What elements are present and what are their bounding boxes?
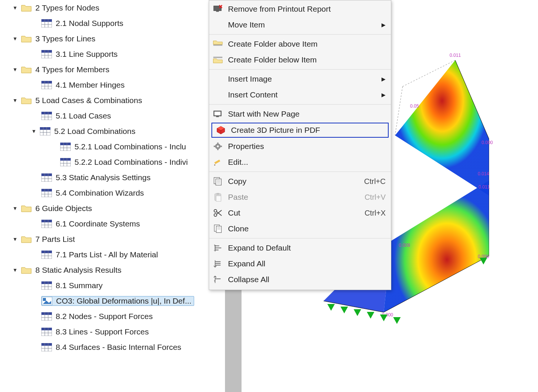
menu-edit[interactable]: Edit... <box>209 154 391 170</box>
menu-create-folder-below[interactable]: Create Folder below Item <box>209 52 391 68</box>
menu-insert-image[interactable]: Insert Image ▶ <box>209 71 391 87</box>
submenu-arrow-icon: ▶ <box>381 92 386 98</box>
tree-label: CO3: Global Deformations |u|, In Def... <box>56 296 191 305</box>
submenu-arrow-icon: ▶ <box>381 76 386 82</box>
menu-remove-from-report[interactable]: Remove from Printout Report <box>209 1 391 17</box>
tree-folder-load-cases[interactable]: ▾ 5 Load Cases & Combinations <box>0 93 226 108</box>
table-icon <box>41 251 52 259</box>
tree-item-nodes-support[interactable]: 8.2 Nodes - Support Forces <box>0 308 226 324</box>
menu-label: Copy <box>228 177 364 186</box>
menu-create-3d-picture[interactable]: Create 3D Picture in PDF <box>211 123 389 138</box>
tree-label: 6.1 Coordinate Systems <box>56 219 140 228</box>
menu-label: Remove from Printout Report <box>228 5 386 14</box>
menu-separator <box>209 238 391 239</box>
context-menu: Remove from Printout Report Move Item ▶ … <box>209 0 391 290</box>
tree-item-comb-wizards[interactable]: 5.4 Combination Wizards <box>0 185 226 201</box>
table-icon <box>40 127 50 135</box>
folder-icon <box>21 4 32 12</box>
tree-item-load-combinations[interactable]: ▾ 5.2 Load Combinations <box>0 123 226 139</box>
menu-shortcut: Ctrl+X <box>365 209 386 217</box>
collapse-all-icon <box>211 274 224 285</box>
folder-icon <box>21 235 32 243</box>
menu-create-folder-above[interactable]: Create Folder above Item <box>209 36 391 52</box>
tree-item-co3-deformations[interactable]: CO3: Global Deformations |u|, In Def... <box>0 293 226 308</box>
tree-item-lines-support[interactable]: 8.3 Lines - Support Forces <box>0 324 226 339</box>
image-icon <box>42 297 52 305</box>
blank-icon <box>211 90 224 100</box>
tree-label: 6 Guide Objects <box>35 204 92 213</box>
tree-folder-parts-list[interactable]: ▾ 7 Parts List <box>0 231 226 247</box>
menu-properties[interactable]: Properties <box>209 138 391 154</box>
folder-icon <box>21 204 32 213</box>
menu-label: Edit... <box>228 158 386 167</box>
table-icon <box>41 81 52 89</box>
menu-paste: Paste Ctrl+V <box>209 189 391 205</box>
menu-move-item[interactable]: Move Item ▶ <box>209 17 391 33</box>
tree-folder-types-lines[interactable]: ▾ 3 Types for Lines <box>0 31 226 46</box>
menu-separator <box>209 104 391 105</box>
chevron-down-icon[interactable]: ▾ <box>11 4 19 11</box>
tree-item-nodal-supports[interactable]: 2.1 Nodal Supports <box>0 15 226 31</box>
blank-icon <box>211 74 224 84</box>
chevron-down-icon[interactable]: ▾ <box>11 205 19 212</box>
tree-label: 8.1 Summary <box>56 281 103 290</box>
tree-label: 5.3 Static Analysis Settings <box>56 173 150 182</box>
viz-value: 0.011 <box>479 184 490 190</box>
tree-item-parts-list-material[interactable]: 7.1 Parts List - All by Material <box>0 247 226 262</box>
folder-below-icon <box>211 55 224 65</box>
folder-icon <box>21 96 32 105</box>
menu-label: Insert Image <box>228 74 381 84</box>
chevron-down-icon[interactable]: ▾ <box>30 128 38 135</box>
chevron-down-icon[interactable]: ▾ <box>11 97 19 104</box>
paste-icon <box>211 192 224 202</box>
menu-copy[interactable]: Copy Ctrl+C <box>209 173 391 189</box>
remove-icon <box>211 4 224 14</box>
menu-cut[interactable]: Cut Ctrl+X <box>209 205 391 221</box>
table-icon <box>60 143 71 151</box>
submenu-arrow-icon: ▶ <box>381 22 386 28</box>
menu-collapse-all[interactable]: Collapse All <box>209 272 391 287</box>
copy-icon <box>211 176 224 187</box>
tree-label: 7 Parts List <box>35 235 75 244</box>
tree-folder-guide-objects[interactable]: ▾ 6 Guide Objects <box>0 201 226 216</box>
tree-item-load-comb-incl[interactable]: 5.2.1 Load Combinations - Inclu <box>0 139 226 154</box>
menu-label: Insert Content <box>228 90 381 99</box>
tree-label: 8 Static Analysis Results <box>35 266 122 275</box>
tree-item-surfaces-forces[interactable]: 8.4 Surfaces - Basic Internal Forces <box>0 339 226 355</box>
tree-folder-types-nodes[interactable]: ▾ 2 Types for Nodes <box>0 0 226 15</box>
tree-item-load-comb-indiv[interactable]: 5.2.2 Load Combinations - Indivi <box>0 154 226 170</box>
menu-label: Expand All <box>228 259 386 268</box>
tree-label: 5 Load Cases & Combinations <box>35 96 142 105</box>
chevron-down-icon[interactable]: ▾ <box>11 35 19 42</box>
tree-item-load-cases[interactable]: 5.1 Load Cases <box>0 108 226 123</box>
tree-label: 8.4 Surfaces - Basic Internal Forces <box>56 343 181 352</box>
table-icon <box>41 220 52 228</box>
tree-folder-static-results[interactable]: ▾ 8 Static Analysis Results <box>0 262 226 278</box>
chevron-down-icon[interactable]: ▾ <box>11 236 19 243</box>
menu-label: Properties <box>228 142 386 151</box>
chevron-down-icon[interactable]: ▾ <box>11 266 19 273</box>
menu-separator <box>209 34 391 35</box>
chevron-down-icon[interactable]: ▾ <box>11 66 19 73</box>
menu-label: Create Folder above Item <box>228 40 386 49</box>
table-icon <box>60 158 71 166</box>
menu-insert-content[interactable]: Insert Content ▶ <box>209 87 391 103</box>
menu-start-new-page[interactable]: Start with New Page <box>209 106 391 122</box>
tree-folder-types-members[interactable]: ▾ 4 Types for Members <box>0 62 226 77</box>
menu-clone[interactable]: Clone <box>209 221 391 237</box>
navigator-tree: ▾ 2 Types for Nodes 2.1 Nodal Supports ▾… <box>0 0 226 355</box>
folder-above-icon <box>211 39 224 49</box>
table-icon <box>41 50 52 58</box>
tree-item-line-supports[interactable]: 3.1 Line Supports <box>0 46 226 62</box>
menu-expand-default[interactable]: Expand to Default <box>209 240 391 256</box>
tree-item-member-hinges[interactable]: 4.1 Member Hinges <box>0 77 226 93</box>
tree-label: 2.1 Nodal Supports <box>56 19 123 28</box>
tree-item-summary[interactable]: 8.1 Summary <box>0 278 226 293</box>
tree-label: 5.4 Combination Wizards <box>56 188 144 198</box>
tree-item-coord-systems[interactable]: 6.1 Coordinate Systems <box>0 216 226 231</box>
table-icon <box>41 328 52 336</box>
tree-label: 7.1 Parts List - All by Material <box>56 250 158 259</box>
tree-label: 5.2.2 Load Combinations - Indivi <box>74 158 188 167</box>
tree-item-static-settings[interactable]: 5.3 Static Analysis Settings <box>0 170 226 185</box>
menu-expand-all[interactable]: Expand All <box>209 256 391 272</box>
